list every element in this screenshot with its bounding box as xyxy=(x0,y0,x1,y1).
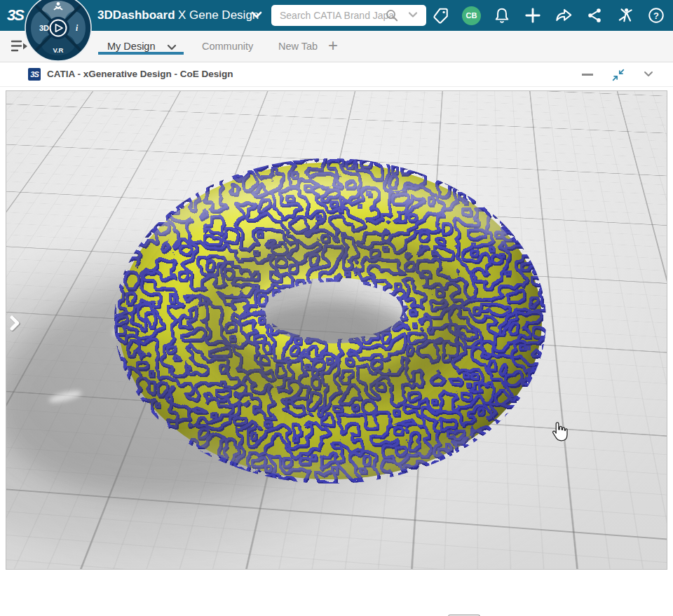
minimize-button[interactable] xyxy=(582,74,593,76)
top-bar: 3S 3DDashboard X Gene Design CB xyxy=(0,0,673,31)
active-tab-underline xyxy=(98,52,184,55)
catia-logo-icon: 3S xyxy=(28,68,41,81)
window-title: CATIA - xGenerative Design - CoE Design xyxy=(47,62,233,86)
tag-icon xyxy=(432,6,450,25)
person-star-icon xyxy=(616,6,635,25)
torus-model[interactable] xyxy=(6,91,667,569)
tab-my-design-chevron-icon[interactable] xyxy=(166,43,177,52)
notifications-button[interactable] xyxy=(492,6,512,25)
expand-panel-handle[interactable] xyxy=(8,314,26,334)
search-box[interactable] xyxy=(271,5,426,26)
add-tab-button[interactable]: + xyxy=(328,31,338,62)
workspace-switcher[interactable]: X Gene Design xyxy=(178,0,259,31)
search-icon xyxy=(384,8,400,23)
catia-app-window: 3S CATIA - xGenerative Design - CoE Desi… xyxy=(0,62,673,616)
swym-person-icon xyxy=(57,2,60,6)
collapse-window-icon[interactable] xyxy=(611,67,626,83)
svg-text:?: ? xyxy=(653,11,659,21)
help-icon: ? xyxy=(647,6,665,25)
search-input[interactable] xyxy=(271,10,394,21)
tab-new-tab[interactable]: New Tab xyxy=(278,31,318,62)
add-content-button[interactable] xyxy=(523,6,543,25)
app-brand: 3DDashboard xyxy=(97,0,175,31)
chevron-down-icon[interactable] xyxy=(250,11,263,20)
window-menu-chevron-icon[interactable] xyxy=(642,69,655,80)
tab-community[interactable]: Community xyxy=(202,31,253,62)
window-title-bar: 3S CATIA - xGenerative Design - CoE Desi… xyxy=(0,62,673,87)
3d-viewport[interactable] xyxy=(6,90,667,570)
dashboard-tab-bar: My Design Community New Tab + xyxy=(0,31,673,62)
compass-vr-label: V.R xyxy=(53,46,64,54)
share-forward-button[interactable] xyxy=(554,6,573,25)
help-button[interactable]: ? xyxy=(646,6,666,25)
communities-button[interactable] xyxy=(616,6,635,25)
tab-my-design[interactable]: My Design xyxy=(107,31,156,62)
share-network-icon xyxy=(585,6,604,25)
bell-icon xyxy=(493,6,511,25)
compass-3d-label: 3D xyxy=(39,24,49,32)
hand-cursor xyxy=(550,420,569,443)
avatar[interactable]: CB xyxy=(462,6,481,25)
tag-button[interactable] xyxy=(431,6,451,25)
plus-icon xyxy=(524,6,542,25)
3dexperience-compass[interactable]: 3D i V.R xyxy=(25,0,92,62)
top-bar-actions: CB xyxy=(431,6,666,25)
3ddashboard-app: 3S 3DDashboard X Gene Design CB xyxy=(0,0,673,616)
share-forward-icon xyxy=(554,6,573,25)
search-scope-chevron-icon[interactable] xyxy=(404,11,422,20)
share-network-button[interactable] xyxy=(585,6,604,25)
